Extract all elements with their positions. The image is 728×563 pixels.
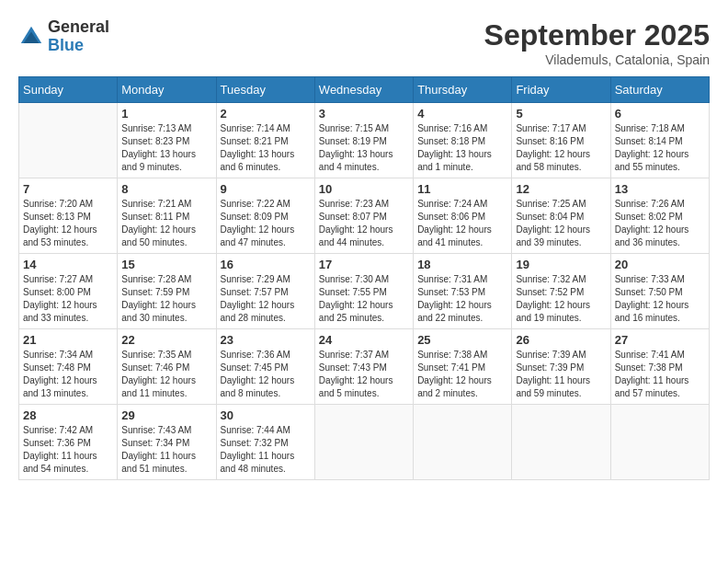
day-info: Sunrise: 7:36 AM Sunset: 7:45 PM Dayligh… — [221, 349, 311, 400]
day-number: 19 — [516, 258, 606, 271]
day-info: Sunrise: 7:26 AM Sunset: 8:02 PM Dayligh… — [615, 198, 705, 249]
calendar-week-row: 7Sunrise: 7:20 AM Sunset: 8:13 PM Daylig… — [19, 178, 710, 254]
day-info: Sunrise: 7:43 AM Sunset: 7:34 PM Dayligh… — [121, 424, 211, 476]
logo-general: General — [48, 18, 109, 37]
calendar-cell — [19, 103, 118, 178]
day-info: Sunrise: 7:25 AM Sunset: 8:04 PM Dayligh… — [516, 198, 606, 249]
weekday-header: Saturday — [610, 77, 709, 103]
calendar-cell: 10Sunrise: 7:23 AM Sunset: 8:07 PM Dayli… — [314, 178, 413, 254]
day-number: 21 — [23, 333, 113, 347]
calendar-cell: 9Sunrise: 7:22 AM Sunset: 8:09 PM Daylig… — [216, 178, 314, 254]
day-info: Sunrise: 7:23 AM Sunset: 8:07 PM Dayligh… — [319, 198, 409, 249]
calendar-cell: 21Sunrise: 7:34 AM Sunset: 7:48 PM Dayli… — [19, 329, 118, 405]
day-number: 27 — [615, 333, 705, 347]
day-number: 4 — [417, 107, 507, 121]
day-number: 17 — [319, 258, 409, 271]
calendar-cell — [414, 405, 512, 480]
day-number: 13 — [615, 182, 705, 196]
calendar-cell: 14Sunrise: 7:27 AM Sunset: 8:00 PM Dayli… — [19, 254, 118, 329]
day-info: Sunrise: 7:44 AM Sunset: 7:32 PM Dayligh… — [221, 424, 311, 476]
calendar-cell: 13Sunrise: 7:26 AM Sunset: 8:02 PM Dayli… — [610, 178, 709, 254]
day-info: Sunrise: 7:39 AM Sunset: 7:39 PM Dayligh… — [516, 349, 606, 400]
day-info: Sunrise: 7:18 AM Sunset: 8:14 PM Dayligh… — [615, 122, 705, 174]
day-info: Sunrise: 7:14 AM Sunset: 8:21 PM Dayligh… — [221, 122, 311, 174]
calendar-cell: 30Sunrise: 7:44 AM Sunset: 7:32 PM Dayli… — [216, 405, 314, 480]
day-info: Sunrise: 7:21 AM Sunset: 8:11 PM Dayligh… — [121, 198, 211, 249]
day-number: 3 — [319, 107, 409, 121]
calendar-week-row: 28Sunrise: 7:42 AM Sunset: 7:36 PM Dayli… — [19, 405, 710, 480]
calendar-cell — [610, 405, 709, 480]
calendar-cell: 26Sunrise: 7:39 AM Sunset: 7:39 PM Dayli… — [512, 329, 610, 405]
calendar-cell: 3Sunrise: 7:15 AM Sunset: 8:19 PM Daylig… — [314, 103, 413, 178]
calendar-cell: 12Sunrise: 7:25 AM Sunset: 8:04 PM Dayli… — [512, 178, 610, 254]
calendar-cell: 4Sunrise: 7:16 AM Sunset: 8:18 PM Daylig… — [414, 103, 512, 178]
calendar-cell: 1Sunrise: 7:13 AM Sunset: 8:23 PM Daylig… — [118, 103, 216, 178]
day-info: Sunrise: 7:17 AM Sunset: 8:16 PM Dayligh… — [516, 122, 606, 174]
calendar-cell: 24Sunrise: 7:37 AM Sunset: 7:43 PM Dayli… — [314, 329, 413, 405]
day-number: 6 — [615, 107, 705, 121]
day-number: 25 — [417, 333, 507, 347]
day-number: 8 — [121, 182, 211, 196]
calendar-cell: 5Sunrise: 7:17 AM Sunset: 8:16 PM Daylig… — [512, 103, 610, 178]
day-info: Sunrise: 7:24 AM Sunset: 8:06 PM Dayligh… — [417, 198, 507, 249]
calendar-cell: 17Sunrise: 7:30 AM Sunset: 7:55 PM Dayli… — [314, 254, 413, 329]
day-number: 14 — [23, 258, 113, 271]
calendar-cell: 8Sunrise: 7:21 AM Sunset: 8:11 PM Daylig… — [118, 178, 216, 254]
day-info: Sunrise: 7:35 AM Sunset: 7:46 PM Dayligh… — [121, 349, 211, 400]
day-info: Sunrise: 7:37 AM Sunset: 7:43 PM Dayligh… — [319, 349, 409, 400]
calendar-week-row: 14Sunrise: 7:27 AM Sunset: 8:00 PM Dayli… — [19, 254, 710, 329]
day-number: 2 — [221, 107, 311, 121]
calendar-cell — [314, 405, 413, 480]
logo-text: General Blue — [48, 18, 109, 55]
calendar-cell: 7Sunrise: 7:20 AM Sunset: 8:13 PM Daylig… — [19, 178, 118, 254]
title-area: September 2025 Vilademuls, Catalonia, Sp… — [484, 18, 710, 67]
weekday-header: Friday — [512, 77, 610, 103]
month-title: September 2025 — [484, 18, 710, 52]
day-number: 5 — [516, 107, 606, 121]
day-info: Sunrise: 7:29 AM Sunset: 7:57 PM Dayligh… — [221, 273, 311, 325]
day-number: 9 — [221, 182, 311, 196]
calendar-cell: 23Sunrise: 7:36 AM Sunset: 7:45 PM Dayli… — [216, 329, 314, 405]
weekday-header: Sunday — [19, 77, 118, 103]
day-number: 12 — [516, 182, 606, 196]
calendar-cell — [512, 405, 610, 480]
day-info: Sunrise: 7:42 AM Sunset: 7:36 PM Dayligh… — [23, 424, 113, 476]
calendar-table: SundayMondayTuesdayWednesdayThursdayFrid… — [18, 76, 710, 480]
day-number: 7 — [23, 182, 113, 196]
day-number: 15 — [121, 258, 211, 271]
calendar-cell: 2Sunrise: 7:14 AM Sunset: 8:21 PM Daylig… — [216, 103, 314, 178]
calendar-cell: 16Sunrise: 7:29 AM Sunset: 7:57 PM Dayli… — [216, 254, 314, 329]
day-number: 28 — [23, 408, 113, 422]
day-info: Sunrise: 7:13 AM Sunset: 8:23 PM Dayligh… — [121, 122, 211, 174]
day-number: 16 — [221, 258, 311, 271]
page-header: General Blue September 2025 Vilademuls, … — [18, 18, 710, 67]
calendar-cell: 28Sunrise: 7:42 AM Sunset: 7:36 PM Dayli… — [19, 405, 118, 480]
weekday-header: Tuesday — [216, 77, 314, 103]
calendar-cell: 11Sunrise: 7:24 AM Sunset: 8:06 PM Dayli… — [414, 178, 512, 254]
day-number: 11 — [417, 182, 507, 196]
day-number: 1 — [121, 107, 211, 121]
calendar-cell: 19Sunrise: 7:32 AM Sunset: 7:52 PM Dayli… — [512, 254, 610, 329]
day-number: 24 — [319, 333, 409, 347]
day-info: Sunrise: 7:38 AM Sunset: 7:41 PM Dayligh… — [417, 349, 507, 400]
day-number: 26 — [516, 333, 606, 347]
logo-blue: Blue — [48, 37, 109, 55]
weekday-header: Thursday — [414, 77, 512, 103]
day-info: Sunrise: 7:15 AM Sunset: 8:19 PM Dayligh… — [319, 122, 409, 174]
weekday-header-row: SundayMondayTuesdayWednesdayThursdayFrid… — [19, 77, 710, 103]
calendar-cell: 29Sunrise: 7:43 AM Sunset: 7:34 PM Dayli… — [118, 405, 216, 480]
calendar-cell: 25Sunrise: 7:38 AM Sunset: 7:41 PM Dayli… — [414, 329, 512, 405]
logo-icon — [18, 24, 44, 50]
day-info: Sunrise: 7:30 AM Sunset: 7:55 PM Dayligh… — [319, 273, 409, 325]
day-number: 22 — [121, 333, 211, 347]
calendar-week-row: 1Sunrise: 7:13 AM Sunset: 8:23 PM Daylig… — [19, 103, 710, 178]
day-info: Sunrise: 7:28 AM Sunset: 7:59 PM Dayligh… — [121, 273, 211, 325]
day-info: Sunrise: 7:16 AM Sunset: 8:18 PM Dayligh… — [417, 122, 507, 174]
day-number: 29 — [121, 408, 211, 422]
day-number: 30 — [221, 408, 311, 422]
day-info: Sunrise: 7:34 AM Sunset: 7:48 PM Dayligh… — [23, 349, 113, 400]
day-info: Sunrise: 7:33 AM Sunset: 7:50 PM Dayligh… — [615, 273, 705, 325]
day-info: Sunrise: 7:32 AM Sunset: 7:52 PM Dayligh… — [516, 273, 606, 325]
weekday-header: Wednesday — [314, 77, 413, 103]
logo: General Blue — [18, 18, 109, 55]
